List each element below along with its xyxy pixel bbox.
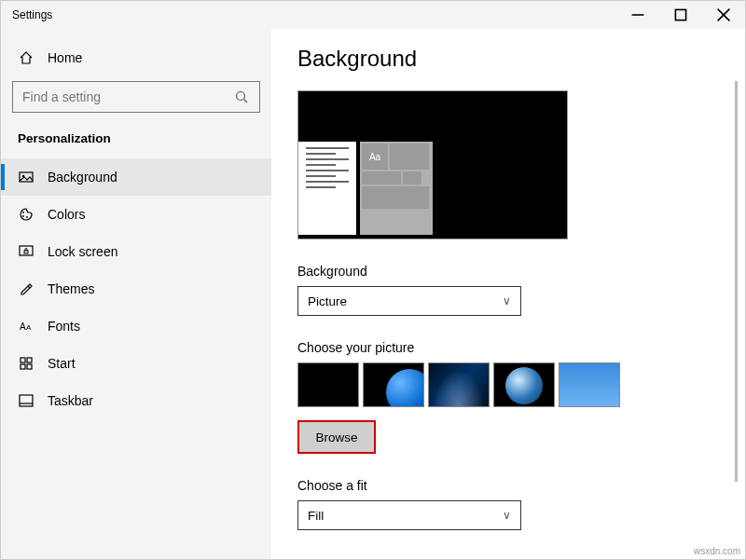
palette-icon (18, 206, 35, 223)
maximize-button[interactable] (659, 1, 702, 29)
sidebar: Home Find a setting Personalization Back… (1, 29, 271, 559)
picture-thumbnails (297, 362, 719, 407)
picture-thumb-5[interactable] (559, 362, 620, 407)
sidebar-item-label: Colors (48, 207, 85, 222)
sidebar-item-fonts[interactable]: AA Fonts (1, 307, 271, 345)
search-input[interactable]: Find a setting (12, 81, 260, 113)
svg-text:A: A (26, 323, 32, 332)
background-label: Background (297, 264, 719, 279)
background-dropdown[interactable]: Picture ∨ (297, 286, 521, 316)
scrollbar[interactable] (735, 81, 738, 482)
sidebar-item-label: Taskbar (48, 393, 93, 408)
main-content: Background Aa Background Picture ∨ Choos… (271, 29, 745, 559)
svg-point-4 (237, 92, 245, 101)
titlebar: Settings (1, 1, 745, 29)
preview-tile-aa: Aa (362, 143, 388, 170)
fonts-icon: AA (18, 318, 35, 335)
sidebar-item-label: Start (48, 356, 76, 371)
home-label: Home (48, 50, 82, 65)
start-icon (18, 355, 35, 372)
search-placeholder: Find a setting (22, 89, 101, 104)
window-title: Settings (12, 8, 52, 21)
svg-rect-17 (21, 364, 25, 369)
picture-thumb-2[interactable] (363, 362, 424, 407)
picture-thumb-1[interactable] (297, 362, 359, 407)
svg-line-5 (244, 100, 248, 103)
dropdown-value: Fill (308, 509, 324, 523)
minimize-button[interactable] (616, 1, 659, 29)
picture-icon (18, 169, 35, 185)
svg-point-8 (22, 212, 24, 213)
sidebar-item-lock-screen[interactable]: Lock screen (1, 233, 271, 270)
home-link[interactable]: Home (1, 40, 271, 77)
browse-highlight: Browse (297, 420, 376, 454)
sidebar-item-label: Fonts (48, 319, 80, 334)
home-icon (18, 49, 35, 66)
chevron-down-icon: ∨ (503, 294, 511, 307)
window-controls (616, 1, 745, 29)
svg-point-10 (26, 216, 28, 218)
lock-screen-icon (18, 243, 35, 260)
sidebar-item-themes[interactable]: Themes (1, 270, 271, 307)
themes-icon (18, 280, 35, 297)
watermark: wsxdn.com (694, 546, 740, 556)
fit-dropdown[interactable]: Fill ∨ (297, 500, 521, 530)
section-header: Personalization (1, 126, 271, 158)
background-preview: Aa (297, 90, 568, 239)
sidebar-item-label: Background (48, 170, 117, 184)
svg-rect-6 (20, 172, 33, 182)
sidebar-item-colors[interactable]: Colors (1, 196, 271, 233)
svg-rect-16 (27, 358, 32, 362)
choose-picture-label: Choose your picture (297, 340, 719, 355)
svg-rect-19 (20, 395, 33, 406)
dropdown-value: Picture (308, 294, 347, 308)
sidebar-item-taskbar[interactable]: Taskbar (1, 382, 271, 419)
sidebar-item-label: Themes (48, 281, 95, 296)
svg-rect-15 (21, 358, 25, 362)
sidebar-item-label: Lock screen (48, 244, 117, 259)
svg-rect-1 (675, 9, 685, 20)
page-title: Background (297, 46, 719, 72)
chevron-down-icon: ∨ (503, 509, 511, 522)
picture-thumb-4[interactable] (493, 362, 555, 407)
svg-rect-12 (24, 251, 28, 253)
picture-thumb-3[interactable] (428, 362, 490, 407)
search-icon (233, 89, 250, 105)
taskbar-icon (18, 392, 35, 409)
browse-button[interactable]: Browse (299, 422, 374, 452)
sidebar-item-start[interactable]: Start (1, 345, 271, 382)
sidebar-item-background[interactable]: Background (1, 158, 271, 196)
svg-rect-18 (27, 364, 32, 369)
svg-text:A: A (20, 321, 26, 332)
close-button[interactable] (702, 1, 745, 29)
svg-point-9 (22, 215, 24, 217)
fit-label: Choose a fit (297, 478, 719, 493)
